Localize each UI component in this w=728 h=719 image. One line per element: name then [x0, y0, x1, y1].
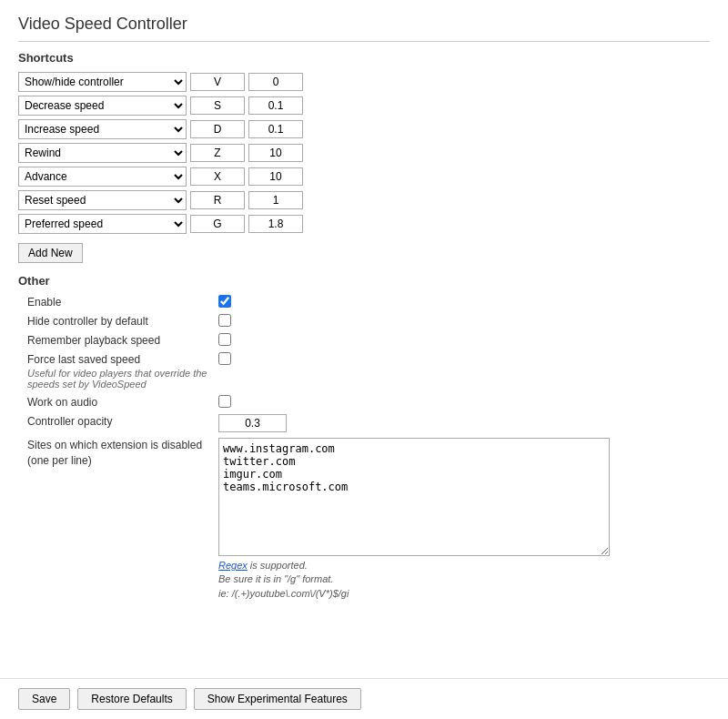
- shortcut-action-select[interactable]: Show/hide controllerDecrease speedIncrea…: [18, 190, 187, 210]
- shortcut-key-input[interactable]: [190, 215, 245, 233]
- other-section-title: Other: [18, 274, 710, 288]
- disabled-sites-row: Sites on which extension is disabled(one…: [18, 438, 710, 601]
- force-saved-sublabel: Useful for video players that override t…: [27, 368, 218, 390]
- disabled-sites-label: Sites on which extension is disabled(one…: [27, 438, 218, 469]
- shortcut-value-input[interactable]: [248, 167, 303, 186]
- shortcut-key-input[interactable]: [190, 191, 245, 209]
- shortcut-value-input[interactable]: [248, 73, 303, 91]
- shortcut-row: Show/hide controllerDecrease speedIncrea…: [18, 96, 710, 116]
- shortcut-row: Show/hide controllerDecrease speedIncrea…: [18, 214, 710, 234]
- hide-controller-row: Hide controller by default: [18, 314, 710, 328]
- shortcut-key-input[interactable]: [190, 73, 245, 91]
- shortcut-action-select[interactable]: Show/hide controllerDecrease speedIncrea…: [18, 214, 187, 234]
- shortcut-key-input[interactable]: [190, 167, 245, 186]
- work-on-audio-label: Work on audio: [27, 395, 218, 409]
- controller-opacity-input[interactable]: [218, 414, 287, 432]
- force-saved-row: Force last saved speed Useful for video …: [18, 352, 710, 390]
- force-saved-label: Force last saved speed Useful for video …: [27, 352, 218, 390]
- shortcut-row: Show/hide controllerDecrease speedIncrea…: [18, 190, 710, 210]
- shortcut-action-select[interactable]: Show/hide controllerDecrease speedIncrea…: [18, 167, 187, 187]
- shortcut-row: Show/hide controllerDecrease speedIncrea…: [18, 119, 710, 139]
- shortcuts-container: Show/hide controllerDecrease speedIncrea…: [18, 72, 710, 234]
- enable-row: Enable: [18, 295, 710, 309]
- shortcut-value-input[interactable]: [248, 144, 303, 162]
- force-saved-checkbox[interactable]: [218, 352, 231, 365]
- work-on-audio-row: Work on audio: [18, 395, 710, 409]
- shortcuts-section-title: Shortcuts: [18, 51, 710, 65]
- shortcut-value-input[interactable]: [248, 96, 303, 115]
- shortcut-action-select[interactable]: Show/hide controllerDecrease speedIncrea…: [18, 143, 187, 163]
- shortcut-row: Show/hide controllerDecrease speedIncrea…: [18, 143, 710, 163]
- remember-playback-label: Remember playback speed: [27, 333, 218, 347]
- work-on-audio-checkbox[interactable]: [218, 395, 231, 408]
- shortcut-row: Show/hide controllerDecrease speedIncrea…: [18, 72, 710, 92]
- save-button[interactable]: Save: [18, 688, 70, 710]
- enable-label: Enable: [27, 295, 218, 309]
- hide-controller-checkbox[interactable]: [218, 314, 231, 327]
- enable-checkbox[interactable]: [218, 295, 231, 308]
- controller-opacity-label: Controller opacity: [27, 414, 218, 428]
- hide-controller-label: Hide controller by default: [27, 314, 218, 328]
- shortcut-value-input[interactable]: [248, 120, 303, 138]
- shortcut-value-input[interactable]: [248, 191, 303, 209]
- regex-link[interactable]: Regex: [218, 560, 248, 571]
- shortcut-action-select[interactable]: Show/hide controllerDecrease speedIncrea…: [18, 96, 187, 116]
- remember-playback-checkbox[interactable]: [218, 333, 231, 346]
- shortcut-key-input[interactable]: [190, 144, 245, 162]
- regex-note: Regex is supported. Be sure it is in "/g…: [218, 559, 610, 601]
- disabled-sites-textarea[interactable]: www.instagram.com twitter.com imgur.com …: [218, 438, 610, 556]
- shortcut-value-input[interactable]: [248, 215, 303, 233]
- restore-defaults-button[interactable]: Restore Defaults: [77, 688, 186, 710]
- page-title: Video Speed Controller: [18, 15, 710, 42]
- shortcut-action-select[interactable]: Show/hide controllerDecrease speedIncrea…: [18, 119, 187, 139]
- remember-playback-row: Remember playback speed: [18, 333, 710, 347]
- add-new-button[interactable]: Add New: [18, 243, 83, 263]
- shortcut-key-input[interactable]: [190, 96, 245, 115]
- shortcut-action-select[interactable]: Show/hide controllerDecrease speedIncrea…: [18, 72, 187, 92]
- shortcut-key-input[interactable]: [190, 120, 245, 138]
- show-experimental-button[interactable]: Show Experimental Features: [194, 688, 361, 710]
- controller-opacity-row: Controller opacity: [18, 414, 710, 432]
- shortcut-row: Show/hide controllerDecrease speedIncrea…: [18, 167, 710, 187]
- footer-buttons: Save Restore Defaults Show Experimental …: [0, 678, 728, 719]
